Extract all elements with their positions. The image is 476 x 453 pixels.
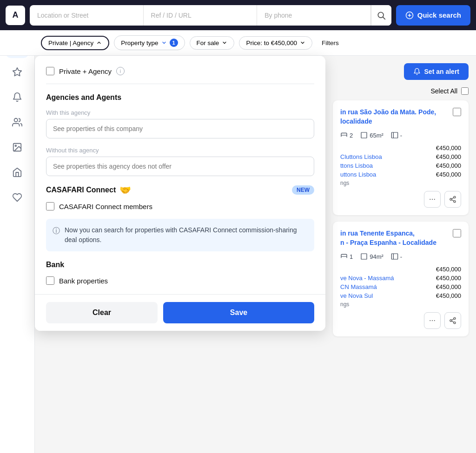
phone-segment[interactable]: By phone <box>257 5 371 26</box>
for-sale-filter[interactable]: For sale <box>190 36 235 50</box>
sidebar-item-alerts[interactable] <box>6 86 28 108</box>
listing-row-2-2: CN Massamá €450,000 <box>340 283 461 290</box>
set-alert-button[interactable]: Set an alert <box>404 63 469 80</box>
connect-header: CASAFARI Connect 🤝 NEW <box>46 184 314 196</box>
share-icon-2 <box>449 317 456 324</box>
ref-placeholder: Ref / ID / URL <box>151 12 192 19</box>
beds-count-2: 1 <box>350 253 353 260</box>
listing-price-2-3: €450,000 <box>436 292 461 299</box>
price-filter[interactable]: Price: to €450,000 <box>239 36 312 50</box>
area-value-2: 94m² <box>370 253 383 260</box>
listing-link-2-2[interactable]: CN Massamá <box>340 283 377 290</box>
svg-line-28 <box>452 321 454 322</box>
bell-icon <box>12 92 22 102</box>
sidebar-item-favorites[interactable] <box>6 61 28 83</box>
bank-properties-label[interactable]: Bank properties <box>59 277 108 285</box>
svg-rect-20 <box>391 254 397 259</box>
svg-rect-8 <box>361 132 367 138</box>
area-icon-2 <box>360 253 368 260</box>
card-title-1: in rua São João da Mata. Pode,localidade <box>340 108 461 126</box>
property-card-1: in rua São João da Mata. Pode,localidade… <box>333 100 469 215</box>
without-agency-input[interactable] <box>46 157 314 176</box>
beds-count: 2 <box>350 132 353 139</box>
listing-link-2-3[interactable]: ve Nova Sul <box>340 292 373 299</box>
card-suffix-2: ngs <box>340 301 461 308</box>
select-all-checkbox[interactable] <box>461 87 469 95</box>
rooms-value: - <box>400 132 402 139</box>
price-label: Price: to €450,000 <box>246 39 297 46</box>
svg-point-24 <box>434 320 435 321</box>
card-1-checkbox[interactable] <box>453 108 461 116</box>
connect-members-checkbox[interactable] <box>46 202 54 210</box>
more-options-button-2[interactable] <box>424 312 441 329</box>
svg-line-17 <box>452 200 454 201</box>
select-all-label: Select All <box>430 87 457 95</box>
more-options-button-1[interactable] <box>424 191 441 208</box>
sidebar-item-contacts[interactable] <box>6 111 28 133</box>
private-agency-checkbox-label[interactable]: Private + Agency <box>59 67 112 75</box>
listing-link-1-2[interactable]: ttons Lisboa <box>340 162 373 169</box>
connect-info-box: ⓘ Now you can search for properties with… <box>46 219 314 251</box>
private-agency-row: Private + Agency i <box>46 67 314 75</box>
svg-point-13 <box>434 199 435 200</box>
svg-rect-9 <box>391 132 397 138</box>
location-placeholder: Location or Street <box>37 12 89 19</box>
alert-bar: Set an alert <box>333 63 469 80</box>
sidebar-item-connect[interactable] <box>6 186 28 209</box>
share-button-1[interactable] <box>444 191 461 208</box>
listing-link-1-3[interactable]: uttons Lisboa <box>340 171 376 178</box>
svg-point-23 <box>432 320 433 321</box>
with-agency-input[interactable] <box>46 119 314 138</box>
star-icon <box>12 67 22 77</box>
property-type-filter[interactable]: Property type 1 <box>114 35 185 50</box>
private-agency-info-icon[interactable]: i <box>116 67 125 75</box>
card-title-text-1: in rua São João da Mata. Pode,localidade <box>340 108 436 126</box>
card-2-checkbox[interactable] <box>453 229 461 237</box>
top-navigation: A Location or Street Ref / ID / URL By p… <box>0 0 476 30</box>
save-button[interactable]: Save <box>163 302 314 323</box>
new-badge: NEW <box>292 185 314 195</box>
svg-line-1 <box>383 17 385 19</box>
bank-properties-checkbox[interactable] <box>46 276 54 285</box>
card-title-text-2: in rua Tenente Espanca,n - Praça Espanha… <box>340 229 436 247</box>
location-segment[interactable]: Location or Street <box>30 5 144 26</box>
listing-price-2-2: €450,000 <box>436 283 461 290</box>
search-button[interactable] <box>371 5 391 26</box>
private-agency-label: Private | Agency <box>48 39 93 46</box>
bed-icon-2 <box>340 253 348 260</box>
clear-button[interactable]: Clear <box>46 302 158 323</box>
sidebar <box>0 30 35 453</box>
listing-link-2-1[interactable]: ve Nova - Massamá <box>340 275 394 282</box>
quick-search-button[interactable]: Quick search <box>396 5 470 26</box>
sidebar-item-media[interactable] <box>6 136 28 158</box>
phone-placeholder: By phone <box>264 12 292 19</box>
main-price-row-2: €450,000 <box>340 266 461 273</box>
for-sale-label: For sale <box>197 39 219 46</box>
svg-point-7 <box>15 145 16 146</box>
search-icon <box>377 11 386 20</box>
ellipsis-icon-2 <box>429 317 436 324</box>
filters-button[interactable]: Filters <box>317 37 344 49</box>
rocket-icon <box>405 11 414 20</box>
listing-row-1-3: uttons Lisboa €450,000 <box>340 171 461 178</box>
share-button-2[interactable] <box>444 312 461 329</box>
svg-point-22 <box>430 320 430 321</box>
area-icon <box>360 131 368 139</box>
set-alert-label: Set an alert <box>424 68 459 75</box>
private-agency-filter[interactable]: Private | Agency <box>41 36 109 50</box>
listing-link-1-1[interactable]: Cluttons Lisboa <box>340 153 382 160</box>
listing-row-2-1: ve Nova - Massamá €450,000 <box>340 275 461 282</box>
dropdown-panel: Private + Agency i Agencies and Agents W… <box>35 56 325 331</box>
svg-point-12 <box>432 199 433 200</box>
card-title-2: in rua Tenente Espanca,n - Praça Espanha… <box>340 229 461 247</box>
without-agency-label: Without this agency <box>46 147 314 154</box>
ref-segment[interactable]: Ref / ID / URL <box>144 5 258 26</box>
main-price-1: €450,000 <box>436 144 461 151</box>
sidebar-item-home[interactable] <box>6 161 28 184</box>
connect-members-label[interactable]: CASAFARI Connect members <box>59 203 152 210</box>
search-bar: Location or Street Ref / ID / URL By pho… <box>30 5 391 26</box>
users-icon <box>12 117 22 127</box>
listing-price-1-2: €450,000 <box>436 162 461 169</box>
private-agency-checkbox[interactable] <box>46 67 54 75</box>
listing-price-1-3: €450,000 <box>436 171 461 178</box>
